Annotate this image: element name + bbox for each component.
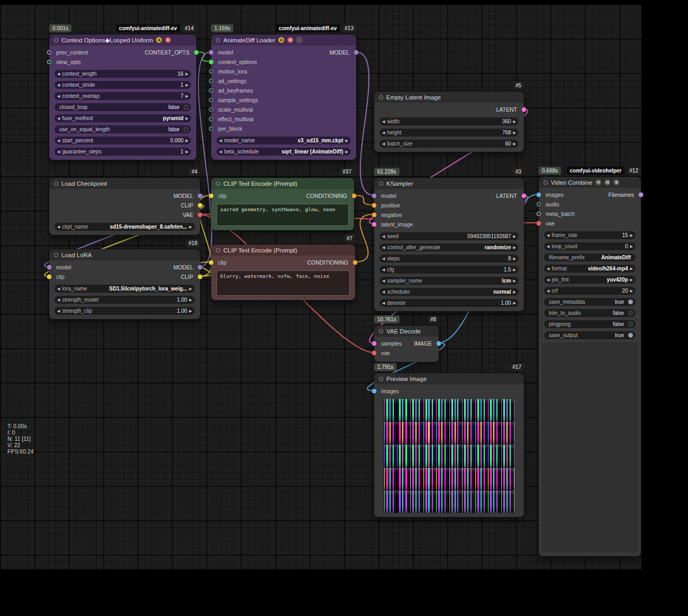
input-port-model[interactable] (372, 194, 377, 198)
node-clip-text-encode-positive[interactable]: #37 CLIP Text Encode (Prompt) clip CONDI… (211, 177, 355, 231)
decrement-arrow-icon[interactable]: ◀ (57, 83, 60, 87)
increment-arrow-icon[interactable]: ▶ (186, 150, 188, 153)
node-title-bar[interactable]: Context Options◆Looped Uniform A D (49, 34, 196, 46)
input-port-vae[interactable] (537, 221, 541, 226)
decrement-arrow-icon[interactable]: ◀ (547, 289, 549, 293)
collapse-icon[interactable] (54, 253, 58, 257)
increment-arrow-icon[interactable]: ▶ (513, 301, 516, 305)
widget-control-after-generate[interactable]: ◀ control_after_generate randomize ▶ (379, 243, 519, 251)
node-title-bar[interactable]: VAE Decode (374, 325, 439, 337)
widget-height[interactable]: ◀ height 768 ▶ (379, 129, 519, 137)
output-port-clip[interactable] (198, 275, 203, 279)
output-port-model[interactable] (354, 50, 359, 55)
decrement-arrow-icon[interactable]: ◀ (382, 234, 385, 238)
input-port-per-block[interactable] (209, 126, 214, 131)
collapse-icon[interactable] (379, 182, 383, 186)
increment-arrow-icon[interactable]: ▶ (513, 131, 516, 134)
decrement-arrow-icon[interactable]: ◀ (382, 120, 385, 123)
decrement-arrow-icon[interactable]: ◀ (382, 246, 385, 249)
node-title-bar[interactable]: Load Checkpoint (49, 178, 200, 189)
increment-arrow-icon[interactable]: ▶ (186, 83, 188, 87)
widget-context-overlap[interactable]: ◀ context_overlap 7 ▶ (55, 92, 191, 100)
output-port-clip[interactable] (198, 203, 203, 208)
collapse-icon[interactable] (54, 182, 58, 186)
widget-crf[interactable]: ◀ crf 20 ▶ (544, 287, 636, 295)
widget-start-percent[interactable]: ◀ start_percent 0.000 ▶ (55, 137, 191, 144)
toggle-knob[interactable] (184, 105, 188, 110)
toggle-knob[interactable] (628, 300, 633, 304)
increment-arrow-icon[interactable]: ▶ (189, 225, 192, 229)
increment-arrow-icon[interactable]: ▶ (630, 244, 633, 248)
widget-strength-clip[interactable]: ◀ strength_clip 1.00 ▶ (55, 307, 195, 315)
decrement-arrow-icon[interactable]: ◀ (382, 142, 385, 146)
node-title-bar[interactable]: CLIP Text Encode (Prompt) (211, 244, 355, 256)
input-port-meta-batch[interactable] (537, 212, 541, 216)
increment-arrow-icon[interactable]: ▶ (513, 142, 516, 146)
increment-arrow-icon[interactable]: ▶ (513, 120, 516, 123)
increment-arrow-icon[interactable]: ▶ (513, 234, 516, 238)
decrement-arrow-icon[interactable]: ◀ (547, 244, 549, 248)
widget-beta-schedule[interactable]: ◀ beta_schedule sqrt_linear (AnimateDiff… (216, 148, 351, 156)
widget-batch-size[interactable]: ◀ batch_size 60 ▶ (379, 140, 519, 148)
widget-context-length[interactable]: ◀ context_length 16 ▶ (55, 70, 191, 78)
decrement-arrow-icon[interactable]: ◀ (57, 225, 60, 229)
node-load-checkpoint[interactable]: #4 Load Checkpoint MODEL CLIP VAE ◀ ckpt… (49, 177, 201, 235)
input-port-context-options[interactable] (209, 60, 214, 65)
input-port-scale-multival[interactable] (209, 107, 214, 112)
decrement-arrow-icon[interactable]: ◀ (547, 233, 549, 237)
input-port-model[interactable] (209, 50, 214, 55)
widget-steps[interactable]: ◀ steps 8 ▶ (379, 255, 519, 262)
widget-guarantee-steps[interactable]: ◀ guarantee_steps 1 ▶ (55, 148, 191, 156)
node-ksampler[interactable]: 61.228s #3 KSampler model LATENT positiv… (374, 177, 524, 312)
decrement-arrow-icon[interactable]: ◀ (57, 298, 60, 302)
increment-arrow-icon[interactable]: ▶ (513, 279, 516, 283)
increment-arrow-icon[interactable]: ▶ (630, 233, 633, 237)
node-context-options[interactable]: 0.001s comfyui-animatediff-ev #14 Contex… (49, 34, 197, 160)
increment-arrow-icon[interactable]: ▶ (186, 72, 188, 76)
increment-arrow-icon[interactable]: ▶ (346, 139, 348, 142)
increment-arrow-icon[interactable]: ▶ (346, 150, 348, 153)
increment-arrow-icon[interactable]: ▶ (189, 287, 192, 291)
collapse-icon[interactable] (216, 182, 220, 186)
decrement-arrow-icon[interactable]: ◀ (57, 139, 60, 142)
input-port-view-opts[interactable] (47, 60, 52, 65)
widget-closed-loop[interactable]: closed_loop false (55, 103, 191, 111)
input-port-effect-multival[interactable] (209, 117, 214, 122)
widget-format[interactable]: ◀ format video/h264-mp4 ▶ (544, 265, 636, 273)
node-title-bar[interactable]: KSampler (374, 178, 524, 189)
input-port-negative[interactable] (372, 213, 377, 218)
widget-pingpong[interactable]: pingpong false (544, 320, 636, 328)
output-port-image[interactable] (437, 341, 441, 346)
input-port-clip[interactable] (209, 260, 214, 265)
decrement-arrow-icon[interactable]: ◀ (382, 301, 385, 305)
output-port-context-opts[interactable] (194, 50, 199, 55)
increment-arrow-icon[interactable]: ▶ (630, 278, 633, 282)
widget-save-output[interactable]: save_output true (544, 331, 636, 339)
input-port-sample-settings[interactable] (209, 98, 214, 103)
node-animatediff-loader[interactable]: 1.169s comfyui-animatediff-ev #13 Animat… (211, 34, 357, 160)
toggle-knob[interactable] (184, 127, 188, 132)
input-port-ad-settings[interactable] (209, 79, 214, 84)
decrement-arrow-icon[interactable]: ◀ (547, 278, 549, 282)
input-port-ad-keyframes[interactable] (209, 88, 214, 93)
widget-ckpt-name[interactable]: ◀ ckpt_name sd15-dreamshaper_8.safeten..… (55, 223, 195, 231)
collapse-icon[interactable] (216, 248, 220, 252)
node-title-bar[interactable]: AnimateDiff Loader A D i (211, 34, 356, 46)
increment-arrow-icon[interactable]: ▶ (513, 246, 516, 249)
node-title-bar[interactable]: Empty Latent Image (374, 92, 524, 103)
widget-context-stride[interactable]: ◀ context_stride 1 ▶ (55, 81, 191, 89)
decrement-arrow-icon[interactable]: ◀ (57, 94, 60, 98)
widget-fuse-method[interactable]: ◀ fuse_method pyramid ▶ (55, 114, 191, 122)
widget-sampler-name[interactable]: ◀ sampler_name lcm ▶ (379, 277, 519, 285)
decrement-arrow-icon[interactable]: ◀ (57, 72, 60, 76)
output-port-model[interactable] (198, 265, 203, 270)
input-port-images[interactable] (372, 389, 377, 394)
increment-arrow-icon[interactable]: ▶ (189, 298, 192, 302)
widget-trim-to-audio[interactable]: trim_to_audio false (544, 309, 636, 317)
node-clip-text-encode-negative[interactable]: #7 CLIP Text Encode (Prompt) clip CONDIT… (211, 244, 356, 301)
widget-pix-fmt[interactable]: ◀ pix_fmt yuv420p ▶ (544, 276, 636, 284)
output-port-model[interactable] (198, 194, 203, 198)
node-title-bar[interactable]: CLIP Text Encode (Prompt) (211, 178, 354, 189)
increment-arrow-icon[interactable]: ▶ (186, 139, 188, 142)
increment-arrow-icon[interactable]: ▶ (186, 116, 188, 120)
